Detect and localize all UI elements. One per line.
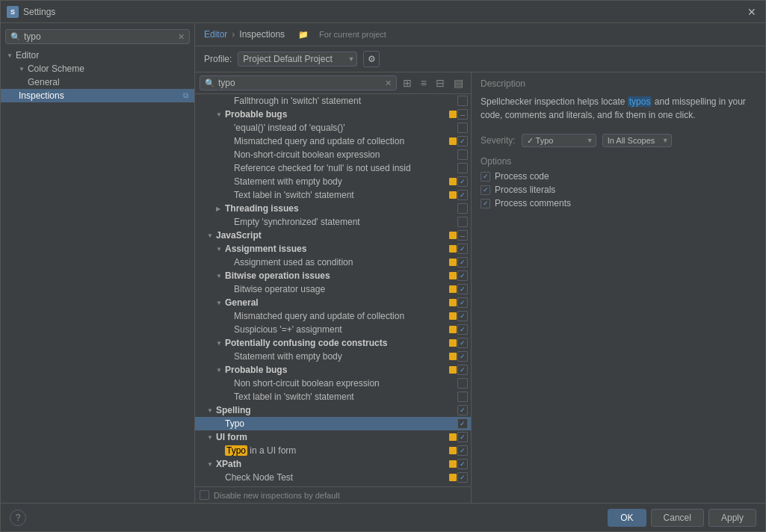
breadcrumb-editor[interactable]: Editor <box>204 29 227 40</box>
option-row-process-code: ✓ Process code <box>481 171 756 182</box>
inspect-item-typo[interactable]: Typo ✓ <box>195 417 471 430</box>
inspect-item-potentially[interactable]: ▼ Potentially confusing code constructs … <box>195 336 471 350</box>
inspect-item-nonshort-js[interactable]: Non short-circuit boolean expression <box>195 377 471 390</box>
inspect-item-emptybody[interactable]: Statement with empty body ✓ <box>195 175 471 188</box>
inspect-item-nonshort[interactable]: Non-short-circuit boolean expression <box>195 148 471 161</box>
inspect-item-equal[interactable]: 'equal()' instead of 'equals()' <box>195 121 471 134</box>
inspect-item-mismatched-java[interactable]: Mismatched query and update of collectio… <box>195 134 471 148</box>
severity-select-wrap: ✓ Typo Warning Error Weak Warning ▼ <box>522 134 596 147</box>
sidebar-item-color-scheme[interactable]: ▼ Color Scheme <box>1 62 194 75</box>
minus-js[interactable]: – <box>457 230 468 241</box>
check-textlabel-js[interactable] <box>457 392 468 402</box>
check-mismatch-js[interactable]: ✓ <box>457 311 468 321</box>
check-emptybody[interactable]: ✓ <box>457 176 468 187</box>
check-spelling[interactable]: ✓ <box>457 405 468 415</box>
window-title: Settings <box>23 7 55 17</box>
severity-dot <box>449 433 457 441</box>
check-nonshort-js[interactable] <box>457 378 468 389</box>
check-assignment-issues[interactable]: ✓ <box>457 244 468 254</box>
group-button[interactable]: ▤ <box>451 75 466 90</box>
scope-select[interactable]: In All Scopes In Tests Only <box>602 134 672 147</box>
inspect-item-probable-bugs[interactable]: ▼ Probable bugs – <box>195 108 471 121</box>
inspect-item-fallthrough[interactable]: Fallthrough in 'switch' statement <box>195 94 471 108</box>
inspect-item-threading[interactable]: ▶ Threading issues <box>195 202 471 215</box>
inspect-item-sync[interactable]: Empty 'synchronized' statement <box>195 215 471 229</box>
inspect-item-typo-ui[interactable]: Typo in a UI form ✓ <box>195 444 471 457</box>
severity-dot <box>449 447 457 454</box>
apply-button[interactable]: Apply <box>708 509 756 527</box>
inspect-item-uiform[interactable]: ▼ UI form ✓ <box>195 430 471 444</box>
inspect-item-assign-cond[interactable]: Assignment used as condition ✓ <box>195 256 471 269</box>
disable-checkbox[interactable] <box>200 490 209 500</box>
gear-button[interactable]: ⚙ <box>363 51 380 67</box>
check-threading[interactable] <box>457 203 468 214</box>
option-checkbox-process-comments[interactable]: ✓ <box>481 199 490 208</box>
cancel-button[interactable]: Cancel <box>651 509 704 527</box>
inspect-item-spelling[interactable]: ▼ Spelling ✓ <box>195 403 471 417</box>
check-nonshort[interactable] <box>457 149 468 160</box>
check-mismatched-java[interactable]: ✓ <box>457 136 468 146</box>
filter-button[interactable]: ⊞ <box>400 75 415 90</box>
inspect-list: Fallthrough in 'switch' statement ▼ Prob… <box>195 94 471 486</box>
sidebar-item-inspections[interactable]: Inspections ⧉ <box>1 89 194 102</box>
severity-dot <box>449 232 457 239</box>
breadcrumb-current: Inspections <box>239 29 285 40</box>
description-title: Description <box>481 78 756 89</box>
close-button[interactable]: ✕ <box>744 4 759 19</box>
inspect-item-textlabel[interactable]: Text label in 'switch' statement ✓ <box>195 188 471 202</box>
disable-label: Disable new inspections by default <box>214 491 340 500</box>
ok-button[interactable]: OK <box>608 509 646 527</box>
minus-probable[interactable]: – <box>457 109 468 120</box>
inspect-item-textlabel-js[interactable]: Text label in 'switch' statement <box>195 390 471 403</box>
collapse-all-button[interactable]: ⊟ <box>433 75 448 90</box>
inspect-item-bitwise-op[interactable]: Bitwise operator usage ✓ <box>195 282 471 296</box>
check-emptybody-js[interactable]: ✓ <box>457 351 468 362</box>
check-bitwise-op[interactable]: ✓ <box>457 284 468 294</box>
check-checknode[interactable]: ✓ <box>457 472 468 483</box>
inspect-item-null[interactable]: Reference checked for 'null' is not used… <box>195 161 471 175</box>
sidebar-search-input[interactable] <box>24 31 175 42</box>
check-assign-cond[interactable]: ✓ <box>457 257 468 267</box>
check-typo-ui[interactable]: ✓ <box>457 445 468 456</box>
inspect-item-suspicious[interactable]: Suspicious '=+' assignment ✓ <box>195 323 471 336</box>
check-uiform[interactable]: ✓ <box>457 432 468 442</box>
check-xpath[interactable]: ✓ <box>457 459 468 469</box>
option-checkbox-process-code[interactable]: ✓ <box>481 172 490 182</box>
inspect-item-xpath[interactable]: ▼ XPath ✓ <box>195 457 471 471</box>
titlebar-left: S Settings <box>7 6 55 18</box>
inspect-item-emptybody-js[interactable]: Statement with empty body ✓ <box>195 350 471 363</box>
profile-label: Profile: <box>204 54 232 64</box>
check-probable-js[interactable]: ✓ <box>457 365 468 375</box>
check-typo[interactable]: ✓ <box>457 418 468 429</box>
profile-select[interactable]: Project Default Project Default <box>238 52 357 66</box>
check-sync[interactable] <box>457 217 468 227</box>
inspect-search-clear[interactable]: ✕ <box>385 78 392 88</box>
bottom-buttons: OK Cancel Apply <box>608 509 756 527</box>
check-fallthrough[interactable] <box>457 96 468 106</box>
check-general-js[interactable]: ✓ <box>457 297 468 308</box>
help-button[interactable]: ? <box>10 510 26 526</box>
check-null[interactable] <box>457 163 468 173</box>
inspect-item-assignment-issues[interactable]: ▼ Assignment issues ✓ <box>195 242 471 256</box>
option-checkbox-process-literals[interactable]: ✓ <box>481 185 490 195</box>
check-textlabel[interactable]: ✓ <box>457 190 468 200</box>
inspect-item-javascript[interactable]: ▼ JavaScript – <box>195 229 471 242</box>
check-potentially[interactable]: ✓ <box>457 338 468 348</box>
severity-dot <box>449 245 457 253</box>
sidebar-item-editor[interactable]: ▼ Editor <box>1 49 194 62</box>
inspect-search-input[interactable] <box>218 78 382 88</box>
sidebar-search-clear[interactable]: ✕ <box>178 32 185 42</box>
inspect-item-checknode[interactable]: Check Node Test ✓ <box>195 471 471 484</box>
item-indent: Fallthrough in 'switch' statement <box>195 96 454 106</box>
expand-all-button[interactable]: ≡ <box>418 75 430 90</box>
check-suspicious[interactable]: ✓ <box>457 324 468 335</box>
check-equal[interactable] <box>457 123 468 133</box>
inspect-item-general-js[interactable]: ▼ General ✓ <box>195 296 471 309</box>
titlebar: S Settings ✕ <box>1 1 765 23</box>
inspect-item-mismatch-js[interactable]: Mismatched query and update of collectio… <box>195 309 471 323</box>
sidebar-item-general[interactable]: General <box>1 75 194 89</box>
severity-select[interactable]: ✓ Typo Warning Error Weak Warning <box>522 134 596 147</box>
inspect-item-probable-js[interactable]: ▼ Probable bugs ✓ <box>195 363 471 377</box>
inspect-item-bitwise[interactable]: ▼ Bitwise operation issues ✓ <box>195 269 471 282</box>
check-bitwise[interactable]: ✓ <box>457 270 468 281</box>
